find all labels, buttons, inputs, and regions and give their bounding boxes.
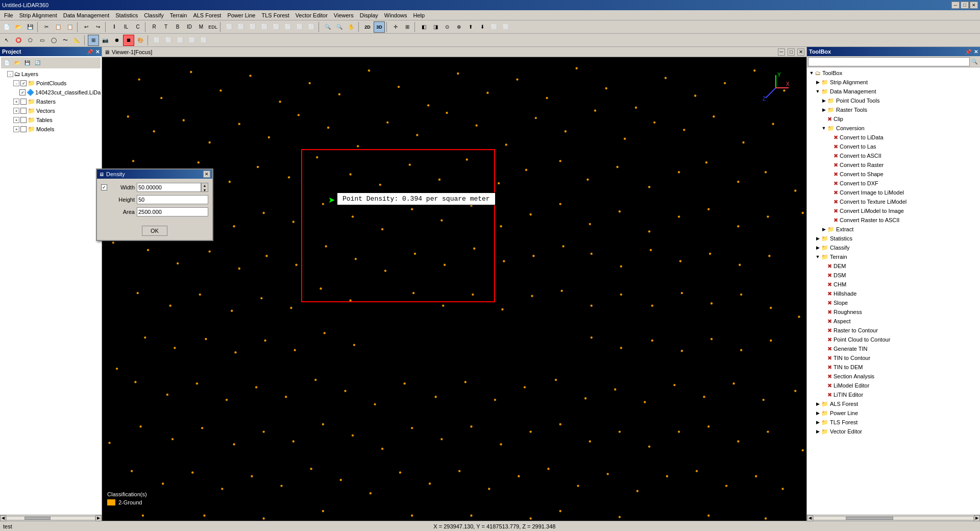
titlebar-buttons[interactable]: ─ □ ✕: [951, 2, 978, 9]
classify-3[interactable]: ⬜: [163, 35, 174, 46]
misc-6[interactable]: ⬇: [477, 21, 488, 33]
misc-7[interactable]: ⬜: [488, 21, 500, 33]
tb-item-tin-dem[interactable]: ✖ TIN to DEM: [808, 363, 979, 372]
save-button[interactable]: 💾: [24, 21, 36, 33]
tb-hscroll-track[interactable]: [813, 516, 974, 520]
tb-item-roughness[interactable]: ✖ Roughness: [808, 307, 979, 317]
hscroll-left[interactable]: ◀: [0, 515, 6, 521]
select-button[interactable]: ↖: [1, 35, 12, 46]
menu-item-display[interactable]: Display: [357, 11, 381, 19]
undo-button[interactable]: ↩: [81, 21, 92, 33]
tree-item-tables[interactable]: + 📁 Tables: [1, 115, 101, 125]
viewer-maximize-btn[interactable]: □: [788, 49, 795, 56]
view-btn-5[interactable]: ⬜: [271, 21, 282, 33]
tb-b[interactable]: B: [172, 21, 183, 33]
tb-item-raster-contour[interactable]: ✖ Raster to Contour: [808, 326, 979, 335]
view-btn-6[interactable]: ⬜: [282, 21, 293, 33]
terrain-expander[interactable]: ▼: [814, 253, 821, 260]
tb-il[interactable]: IL: [120, 21, 132, 33]
menu-item-help[interactable]: Help: [410, 11, 428, 19]
menu-item-terrain[interactable]: Terrain: [167, 11, 190, 19]
project-open-btn[interactable]: 📂: [12, 58, 21, 67]
panel-close-button[interactable]: ✕: [95, 49, 100, 55]
view-btn-3[interactable]: ⬜: [247, 21, 258, 33]
tb-hscroll-thumb[interactable]: [846, 517, 894, 520]
classify-5[interactable]: ⬜: [186, 35, 198, 46]
tb-item-als-forest[interactable]: ▶ 📁 ALS Forest: [808, 399, 979, 408]
hscroll-thumb[interactable]: [24, 517, 51, 520]
tb-item-point-cloud-tools[interactable]: ▶ 📁 Point Cloud Tools: [808, 96, 979, 105]
project-panel-buttons[interactable]: 📌 ✕: [86, 49, 100, 55]
tb-t[interactable]: T: [160, 21, 172, 33]
models-checkbox[interactable]: [20, 126, 27, 132]
tb-edl[interactable]: EDL: [207, 21, 218, 33]
cut-button[interactable]: ✂: [41, 21, 52, 33]
misc-8[interactable]: ⬜: [500, 21, 511, 33]
tb-item-limodel-editor[interactable]: ✖ LiModel Editor: [808, 381, 979, 390]
tb-item-clip[interactable]: ✖ Clip: [808, 114, 979, 124]
rasters-checkbox[interactable]: [20, 99, 27, 105]
extract-expander[interactable]: ▶: [820, 226, 827, 233]
copy-button[interactable]: 📋: [53, 21, 64, 33]
als-forest-expander[interactable]: ▶: [814, 400, 821, 407]
maximize-button[interactable]: □: [961, 2, 969, 9]
view-btn-8[interactable]: ⬜: [306, 21, 317, 33]
toolbox-tree[interactable]: ▼ 🗂 ToolBox ▶ 📁 Strip Alignment ▼ 📁 Data…: [807, 67, 980, 515]
tb-item-conv-texture[interactable]: ✖ Convert to Texture LiModel: [808, 197, 979, 206]
tb-id[interactable]: ID: [184, 21, 195, 33]
project-hscroll[interactable]: ◀ ▶: [0, 515, 102, 521]
lasso-button[interactable]: ⭕: [13, 35, 24, 46]
zoom-out-button[interactable]: 🔍: [334, 21, 345, 33]
project-tree[interactable]: 📄 📂 💾 🔄 - 🗂 Layers - ✓ 📁 PointClouds: [0, 56, 102, 515]
misc-4[interactable]: ⊕: [453, 21, 464, 33]
viewer-close-btn[interactable]: ✕: [797, 49, 804, 56]
conv-expander[interactable]: ▼: [820, 125, 827, 132]
panel-pin-button[interactable]: 📌: [87, 49, 93, 55]
tb-item-convert-shape[interactable]: ✖ Convert to Shape: [808, 170, 979, 179]
tb-item-convert-raster[interactable]: ✖ Convert to Raster: [808, 160, 979, 170]
measure-button[interactable]: 📐: [71, 35, 83, 46]
zoom-in-button[interactable]: 🔍: [322, 21, 333, 33]
menu-item-viewers[interactable]: Viewers: [331, 11, 357, 19]
file-checkbox[interactable]: ✓: [19, 89, 26, 95]
tree-item-layers[interactable]: - 🗂 Layers: [1, 69, 101, 79]
layers-expander[interactable]: -: [7, 71, 13, 77]
tb-item-convert-las[interactable]: ✖ Convert to Las: [808, 142, 979, 151]
tb-item-strip-alignment[interactable]: ▶ 📁 Strip Alignment: [808, 78, 979, 87]
pc-checkbox[interactable]: ✓: [20, 80, 27, 86]
tb-item-conv-img-limodel[interactable]: ✖ Convert Image to LiModel: [808, 188, 979, 197]
3d-button[interactable]: 3D: [374, 21, 385, 33]
menu-item-classify[interactable]: Classify: [141, 11, 167, 19]
rt-expander[interactable]: ▶: [820, 106, 827, 113]
view-btn-2[interactable]: ⬜: [235, 21, 247, 33]
tb-item-conv-raster-ascii[interactable]: ✖ Convert Raster to ASCII: [808, 215, 979, 225]
toolbox-hscroll[interactable]: ◀ ▶: [807, 515, 980, 521]
tb-item-power-line[interactable]: ▶ 📁 Power Line: [808, 408, 979, 418]
menu-item-power-line[interactable]: Power Line: [224, 11, 258, 19]
menu-item-strip-alignment[interactable]: Strip Alignment: [16, 11, 60, 19]
tb-item-pc-contour[interactable]: ✖ Point Cloud to Contour: [808, 335, 979, 344]
paste-button[interactable]: 📋: [64, 21, 76, 33]
menu-item-file[interactable]: File: [1, 11, 16, 19]
tb-item-hillshade[interactable]: ✖ Hillshade: [808, 289, 979, 298]
tb-c[interactable]: C: [132, 21, 143, 33]
tb-item-extract[interactable]: ▶ 📁 Extract: [808, 225, 979, 234]
classify-6[interactable]: ⬜: [198, 35, 209, 46]
classify-expander[interactable]: ▶: [814, 244, 821, 251]
width-up[interactable]: ▲: [203, 183, 207, 188]
tb-hscroll-left[interactable]: ◀: [807, 515, 813, 521]
tb-item-convert-ascii[interactable]: ✖ Convert to ASCII: [808, 151, 979, 160]
tree-item-vectors[interactable]: + 📁 Vectors: [1, 106, 101, 115]
tb-item-raster-tools[interactable]: ▶ 📁 Raster Tools: [808, 105, 979, 114]
close-button[interactable]: ✕: [970, 2, 978, 9]
menu-item-als-forest[interactable]: ALS Forest: [190, 11, 224, 19]
toolbox-search-bar[interactable]: 🔍: [807, 56, 980, 67]
pan-button[interactable]: ✋: [346, 21, 357, 33]
minimize-button[interactable]: ─: [951, 2, 960, 9]
tb-item-litin-editor[interactable]: ✖ LiTIN Editor: [808, 390, 979, 399]
polygon-button[interactable]: ⬠: [24, 35, 36, 46]
project-save-btn[interactable]: 💾: [22, 58, 32, 67]
menu-item-statistics[interactable]: Statistics: [112, 11, 141, 19]
viewer-canvas[interactable]: ➤ Point Density: 0.394 per square meter …: [102, 57, 806, 521]
classify-2[interactable]: ⬜: [151, 35, 162, 46]
